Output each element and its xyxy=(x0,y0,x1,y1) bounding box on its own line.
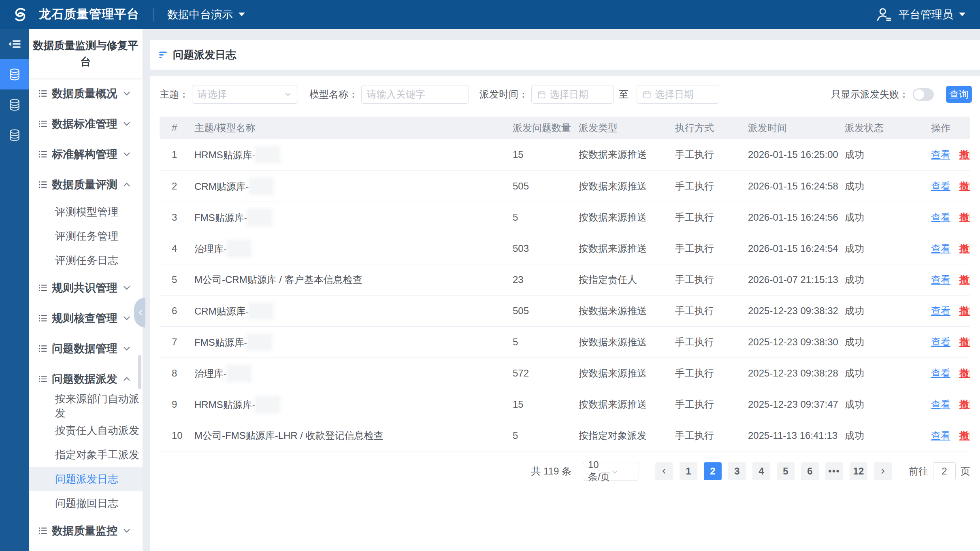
recall-link[interactable]: 撤回 xyxy=(959,399,970,410)
sidebar-subitem[interactable]: 问题派发日志 xyxy=(29,467,143,491)
recall-link[interactable]: 撤回 xyxy=(959,149,970,160)
recall-link[interactable]: 撤回 xyxy=(959,274,970,285)
sidebar-subitem-label: 指定对象手工派发 xyxy=(55,448,139,462)
page-button-3[interactable]: 3 xyxy=(728,462,746,480)
sidebar-group[interactable]: 标准解构管理 xyxy=(29,139,143,169)
page-button-5[interactable]: 5 xyxy=(777,462,795,480)
menu-expand-icon xyxy=(7,36,22,51)
sidebar-group-label: 数据质量概况 xyxy=(52,86,117,101)
row-index: 3 xyxy=(160,202,194,233)
fail-only-toggle[interactable] xyxy=(913,88,934,101)
sidebar-group[interactable]: 规则核查管理 xyxy=(29,303,143,333)
date-end-input[interactable] xyxy=(655,89,714,100)
caret-down-icon xyxy=(239,13,245,16)
page-ellipsis-button[interactable]: ••• xyxy=(825,462,843,480)
sidebar-subitem[interactable]: 按来源部门自动派发 xyxy=(29,394,143,418)
table-card: 主题： 请选择 模型名称： 派发时间： xyxy=(150,76,980,551)
sidebar-group-label: 数据质量评测 xyxy=(52,177,117,192)
sidebar-subitem[interactable]: 评测模型管理 xyxy=(29,200,143,224)
next-page-button[interactable] xyxy=(874,462,892,480)
view-link[interactable]: 查看 xyxy=(931,243,950,254)
time-cell: 2026-01-15 16:24:56 xyxy=(748,202,845,233)
model-name-field xyxy=(361,85,469,104)
chevron-down-icon xyxy=(121,283,132,293)
recall-link[interactable]: 撤回 xyxy=(959,430,970,441)
column-header: 派发状态 xyxy=(845,117,931,139)
view-link[interactable]: 查看 xyxy=(931,399,950,410)
sidebar-group[interactable]: 数据质量概况 xyxy=(29,78,143,108)
actions-cell: 查看撤回 xyxy=(931,202,970,233)
sidebar-group[interactable]: 数据质量评测 xyxy=(29,169,143,200)
rail-item-database-3[interactable] xyxy=(0,120,29,150)
actions-cell: 查看撤回 xyxy=(931,295,970,326)
page-button-1[interactable]: 1 xyxy=(680,462,697,480)
sidebar-subitem[interactable]: 按责任人自动派发 xyxy=(29,418,143,443)
model-name-cell: 治理库- xyxy=(194,233,513,264)
view-link[interactable]: 查看 xyxy=(931,181,950,191)
sidebar-group-label: 规则核查管理 xyxy=(52,311,117,325)
view-link[interactable]: 查看 xyxy=(931,430,950,441)
row-index: 5 xyxy=(160,264,194,295)
sidebar-group[interactable]: 数据质量监控 xyxy=(29,515,143,546)
filter-bars-icon xyxy=(158,49,168,60)
list-icon xyxy=(38,88,48,99)
sidebar-group[interactable]: 规则共识管理 xyxy=(29,272,143,303)
rail-item-database-2[interactable] xyxy=(0,89,29,120)
count-cell: 5 xyxy=(513,326,579,357)
column-header: 主题/模型名称 xyxy=(194,117,513,139)
username-label: 平台管理员 xyxy=(899,7,953,22)
user-menu[interactable]: 平台管理员 xyxy=(875,6,965,23)
recall-link[interactable]: 撤回 xyxy=(959,336,970,347)
chevron-down-icon xyxy=(121,343,132,354)
view-link[interactable]: 查看 xyxy=(931,305,950,316)
count-cell: 15 xyxy=(513,389,579,420)
sidebar-subitem[interactable]: 评测任务管理 xyxy=(29,224,143,248)
view-link[interactable]: 查看 xyxy=(931,336,950,347)
total-count-label: 共 119 条 xyxy=(531,465,571,478)
list-icon xyxy=(38,179,48,190)
sidebar-group[interactable]: 问题数据派发 xyxy=(29,364,143,394)
query-button[interactable]: 查询 xyxy=(946,86,972,103)
model-name-cell: HRMS贴源库- xyxy=(194,139,513,170)
sidebar-subitem[interactable]: 指定对象手工派发 xyxy=(29,443,143,467)
time-cell: 2025-12-23 09:38:28 xyxy=(748,357,845,389)
redacted-text xyxy=(250,304,273,318)
page-button-6[interactable]: 6 xyxy=(801,462,819,480)
sidebar-group[interactable]: 问题数据管理 xyxy=(29,333,143,364)
recall-link[interactable]: 撤回 xyxy=(959,368,970,379)
sidebar-group[interactable]: 数据标准管理 xyxy=(29,108,143,139)
list-icon xyxy=(38,313,48,323)
model-name-label: 模型名称： xyxy=(309,88,358,101)
table-row: 3FMS贴源库-5按数据来源推送手工执行2026-01-15 16:24:56成… xyxy=(160,202,970,233)
view-link[interactable]: 查看 xyxy=(931,212,950,223)
page-size-select[interactable]: 10条/页 xyxy=(582,462,639,481)
rail-item-database-1[interactable] xyxy=(0,59,29,89)
sidebar-scrollbar-thumb[interactable] xyxy=(138,355,141,389)
prev-page-button[interactable] xyxy=(655,462,673,480)
recall-link[interactable]: 撤回 xyxy=(959,181,970,191)
rail-item-menu-expand-0[interactable] xyxy=(0,29,29,59)
recall-link[interactable]: 撤回 xyxy=(959,212,970,223)
chevron-down-icon xyxy=(121,149,132,160)
date-start-input[interactable] xyxy=(550,89,608,100)
view-link[interactable]: 查看 xyxy=(931,149,950,160)
workspace-switcher[interactable]: 数据中台演示 xyxy=(167,7,245,22)
page-button-2[interactable]: 2 xyxy=(704,462,722,480)
status-cell: 成功 xyxy=(845,202,931,233)
main-content: 问题派发日志 主题： 请选择 模型名称： 派发时间： xyxy=(150,29,980,551)
topic-select[interactable]: 请选择 xyxy=(192,85,298,104)
sidebar-subitem[interactable]: 评测任务日志 xyxy=(29,248,143,272)
goto-page-input[interactable] xyxy=(933,462,956,480)
chevron-up-icon xyxy=(121,374,132,384)
view-link[interactable]: 查看 xyxy=(931,368,950,379)
recall-link[interactable]: 撤回 xyxy=(959,243,970,254)
time-cell: 2026-01-07 21:15:13 xyxy=(748,264,845,295)
page-button-4[interactable]: 4 xyxy=(752,462,770,480)
redacted-text xyxy=(248,210,271,225)
recall-link[interactable]: 撤回 xyxy=(959,305,970,316)
model-name-input[interactable] xyxy=(367,89,463,100)
page-title-card: 问题派发日志 xyxy=(150,40,980,70)
sidebar-subitem[interactable]: 问题撤回日志 xyxy=(29,491,143,515)
view-link[interactable]: 查看 xyxy=(931,274,950,285)
page-button-12[interactable]: 12 xyxy=(850,462,867,480)
